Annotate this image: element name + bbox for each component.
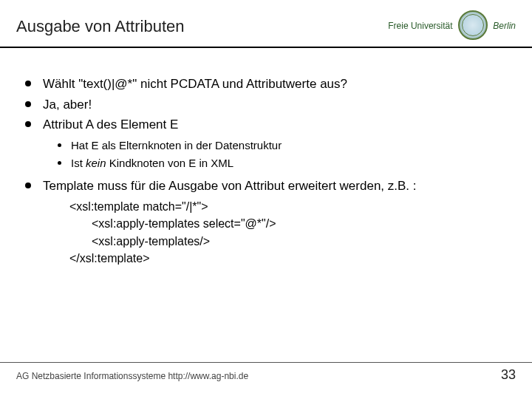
code-line-2: <xsl:apply-templates select="@*"/> <box>69 215 508 232</box>
sub-1: Hat E als Elternknoten in der Datenstruk… <box>58 137 508 154</box>
page-number: 33 <box>501 367 516 383</box>
seal-inline <box>458 10 488 42</box>
sub-2-pre: Ist <box>71 157 86 169</box>
slide-title: Ausgabe von Attributen <box>16 17 185 36</box>
bullet-3: Attribut A des Element E Hat E als Elter… <box>24 115 508 172</box>
uni-line1: Freie Universität <box>388 21 452 31</box>
footer: AG Netzbasierte Informationssysteme http… <box>0 362 532 383</box>
sub-list: Hat E als Elternknoten in der Datenstruk… <box>58 137 508 172</box>
code-line-4: </xsl:template> <box>69 250 508 267</box>
bullet-4: Template muss für die Ausgabe von Attrib… <box>24 177 508 267</box>
bullet-2: Ja, aber! <box>24 95 508 115</box>
university-logo: Freie Universität Berlin <box>388 10 516 42</box>
bullet-3-text: Attribut A des Element E <box>43 117 178 132</box>
footer-text: AG Netzbasierte Informationssysteme http… <box>16 371 248 381</box>
header: Ausgabe von Attributen Freie Universität… <box>0 0 532 48</box>
code-line-1: <xsl:template match="/|*"> <box>69 198 508 215</box>
code-line-3: <xsl:apply-templates/> <box>69 233 508 250</box>
sub-2-em: kein <box>86 157 106 169</box>
seal-icon <box>458 10 488 40</box>
university-name: Freie Universität Berlin <box>388 10 516 42</box>
sub-2-post: Kindknoten von E in XML <box>106 157 234 169</box>
slide: Ausgabe von Attributen Freie Universität… <box>0 0 532 399</box>
code-block: <xsl:template match="/|*"> <xsl:apply-te… <box>69 198 508 267</box>
uni-line2: Berlin <box>493 21 516 31</box>
bullet-list: Wählt "text()|@*" nicht PCDATA und Attri… <box>24 75 508 267</box>
bullet-4-text: Template muss für die Ausgabe von Attrib… <box>43 179 417 193</box>
slide-body: Wählt "text()|@*" nicht PCDATA und Attri… <box>0 48 532 267</box>
bullet-1: Wählt "text()|@*" nicht PCDATA und Attri… <box>24 75 508 94</box>
sub-2: Ist kein Kindknoten von E in XML <box>58 155 508 172</box>
